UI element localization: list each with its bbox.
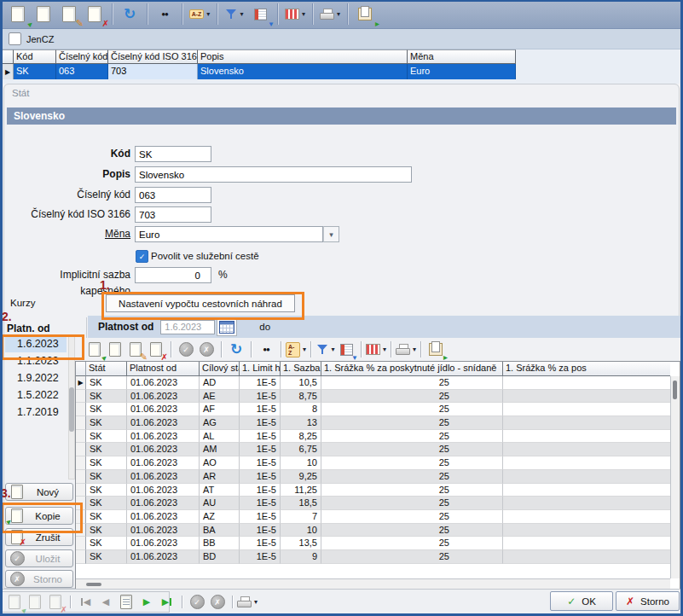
- column-header[interactable]: Cílový stat: [200, 362, 240, 376]
- form-icon[interactable]: [116, 593, 136, 612]
- mena-combobox[interactable]: [135, 226, 323, 242]
- print-icon[interactable]: ▾: [237, 593, 258, 612]
- copy-icon[interactable]: ▸: [25, 593, 45, 612]
- accept-icon[interactable]: ✓: [187, 593, 207, 612]
- prev-icon[interactable]: ◀: [96, 593, 116, 612]
- column-header[interactable]: 1. Srážka % za poskytnuté jídlo - snídan…: [321, 362, 503, 376]
- mena-dropdown-button[interactable]: ▾: [323, 226, 339, 242]
- delete-icon[interactable]: ✗: [146, 340, 166, 359]
- column-header[interactable]: 1. Sazba: [281, 362, 321, 376]
- ok-button[interactable]: ✓OK: [550, 591, 613, 611]
- calendar-button[interactable]: [217, 318, 237, 336]
- rates-grid-row[interactable]: SK01.06.2023AU1E-518,525: [76, 497, 670, 510]
- refresh-icon[interactable]: ↻: [117, 3, 142, 26]
- popis-input[interactable]: [135, 166, 412, 183]
- grid-cell: 01.06.2023: [127, 537, 200, 550]
- countries-grid-selected-row[interactable]: ▶SK063703SlovenskoEuro: [3, 64, 517, 79]
- scrollbar-thumb[interactable]: [86, 583, 101, 586]
- rates-grid-row[interactable]: SK01.06.2023AG1E-51325: [76, 416, 670, 430]
- kopie-button[interactable]: ▸Kopie: [5, 507, 73, 525]
- ciselny-kod-input[interactable]: [135, 187, 211, 203]
- zru-it-button[interactable]: ✗Zrušit: [5, 528, 73, 546]
- last-icon[interactable]: ▶: [157, 593, 177, 612]
- toolbar-separator: [217, 3, 217, 25]
- jencz-checkbox[interactable]: [9, 32, 21, 45]
- iso-input[interactable]: [135, 206, 211, 223]
- column-header[interactable]: Popis: [198, 49, 408, 64]
- columns-icon[interactable]: ▾: [282, 3, 308, 26]
- search-icon[interactable]: ●●: [256, 340, 276, 359]
- edit-icon[interactable]: ✎: [56, 3, 82, 26]
- platnost-item[interactable]: 1.6.2023: [5, 335, 67, 352]
- rates-grid-row[interactable]: SK01.06.2023AT1E-511,2525: [76, 484, 670, 497]
- rates-grid-row[interactable]: SK01.06.2023BB1E-513,525: [76, 537, 670, 550]
- rates-grid-row[interactable]: SK01.06.2023AO1E-51025: [76, 456, 670, 470]
- platnost-item[interactable]: 1.1.2023: [5, 352, 67, 369]
- filter-grid-icon[interactable]: ▼: [336, 340, 356, 359]
- filter-icon[interactable]: ▾: [315, 340, 336, 359]
- copy-icon[interactable]: ▸: [31, 3, 56, 26]
- tab-kurzy[interactable]: Kurzy: [10, 298, 35, 308]
- first-icon[interactable]: ◀: [75, 593, 96, 612]
- scrollbar-thumb[interactable]: [69, 387, 74, 432]
- rates-grid-row[interactable]: SK01.06.2023AM1E-56,7525: [76, 443, 670, 456]
- copy-icon[interactable]: ▸: [105, 340, 125, 359]
- column-header[interactable]: Stát: [86, 362, 127, 376]
- print-icon[interactable]: ▾: [317, 3, 343, 26]
- rates-grid-row[interactable]: SK01.06.2023AR1E-59,2525: [76, 470, 670, 484]
- delete-icon[interactable]: ✗: [45, 593, 66, 612]
- do-label: do: [259, 322, 270, 332]
- rates-grid-row[interactable]: SK01.06.2023AL1E-58,2525: [76, 430, 670, 444]
- sort-az-icon[interactable]: A-Z▾: [187, 3, 212, 26]
- edit-icon[interactable]: ✎: [125, 340, 146, 359]
- export-icon[interactable]: ▸: [425, 340, 446, 359]
- column-header[interactable]: Kód: [14, 49, 56, 64]
- search-icon[interactable]: ●●: [152, 3, 177, 26]
- rates-grid-row[interactable]: ▶SK01.06.2023AD1E-510,525: [76, 376, 670, 390]
- accept-icon[interactable]: ✓: [176, 340, 196, 359]
- rates-grid-row[interactable]: SK01.06.2023BA1E-51025: [76, 524, 670, 538]
- toolbar-separator: [182, 596, 182, 608]
- rates-grid-row[interactable]: SK01.06.2023AZ1E-5725: [76, 510, 670, 524]
- next-icon[interactable]: ▶: [136, 593, 157, 612]
- platnost-item[interactable]: 1.5.2022: [5, 386, 67, 404]
- export-icon[interactable]: ▸: [352, 3, 378, 26]
- tab-nastaveni-nahrad[interactable]: Nastavení vypočtu cestovních náhrad: [106, 294, 295, 312]
- column-header[interactable]: Číselný kód ISO 3166: [108, 49, 198, 64]
- kod-input[interactable]: [135, 146, 211, 162]
- rates-grid-row[interactable]: SK01.06.2023AF1E-5825: [76, 403, 670, 416]
- rates-grid-row[interactable]: SK01.06.2023AE1E-58,7525: [76, 390, 670, 404]
- cancel-icon[interactable]: ✗: [196, 340, 217, 359]
- column-header[interactable]: Platnost od: [127, 362, 200, 376]
- povolit-checkbox[interactable]: ✓: [136, 250, 148, 263]
- print-icon[interactable]: ▾: [396, 340, 416, 359]
- grid-cell: 10: [281, 524, 321, 538]
- horizontal-scrollbar[interactable]: [76, 578, 670, 589]
- grid-cell: SK: [86, 524, 127, 538]
- filter-grid-icon[interactable]: ▼: [247, 3, 273, 26]
- platnost-item[interactable]: 1.7.2019: [5, 404, 67, 421]
- platnost-list-scrollbar[interactable]: [68, 335, 75, 479]
- nov--button[interactable]: Nový: [5, 483, 73, 501]
- cancel-icon[interactable]: ✗: [207, 593, 228, 612]
- rates-grid-row[interactable]: SK01.06.2023BD1E-5925: [76, 550, 670, 564]
- vertical-scrollbar[interactable]: [670, 376, 680, 578]
- grid-cell: 01.06.2023: [127, 390, 200, 404]
- grid-cell: 703: [108, 64, 198, 79]
- columns-icon[interactable]: ▾: [366, 340, 386, 359]
- column-header[interactable]: Číselný kód: [56, 49, 108, 64]
- sort-az-icon[interactable]: A-Z▾: [286, 340, 306, 359]
- delete-icon[interactable]: ✗: [82, 3, 107, 26]
- storno-button[interactable]: ✗Storno: [616, 591, 680, 611]
- platnost-item[interactable]: 1.9.2022: [5, 369, 67, 386]
- column-header[interactable]: 1. Limit hodin: [240, 362, 281, 376]
- column-header[interactable]: 1. Srážka % za pos: [503, 362, 670, 376]
- scrollbar-thumb[interactable]: [673, 381, 677, 399]
- grid-cell: [503, 376, 670, 390]
- refresh-icon[interactable]: ↻: [226, 340, 246, 359]
- column-header[interactable]: Měna: [408, 49, 516, 64]
- filter-icon[interactable]: ▾: [222, 3, 247, 26]
- platnost-od-input[interactable]: [160, 320, 215, 334]
- kapesne-input[interactable]: [135, 267, 211, 283]
- grid-cell: 10,5: [281, 376, 321, 390]
